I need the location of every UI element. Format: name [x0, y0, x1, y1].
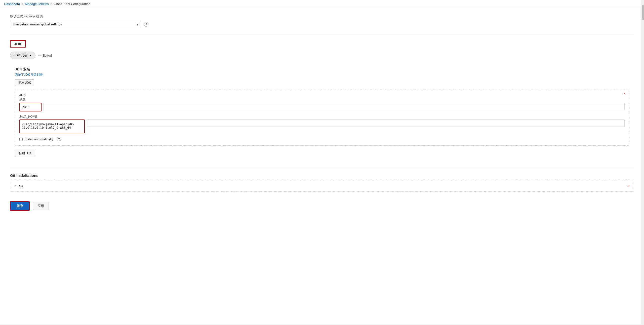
scrollbar[interactable] [641, 0, 644, 324]
java-home-input[interactable]: /usr/lib/jvm/java-11-openjdk-11.0.18.0.1… [21, 121, 83, 131]
git-section-title: Git installations [10, 173, 634, 178]
drag-handle-icon[interactable]: ≡ [14, 184, 16, 188]
breadcrumb-sep-1: > [22, 2, 24, 6]
alias-input[interactable] [21, 104, 40, 110]
divider-1 [10, 35, 634, 35]
breadcrumb-sep-2: > [50, 2, 52, 6]
page-content: 默认全局 settings 提供 Use default maven globa… [0, 8, 644, 324]
edited-label: ✏ Edited [38, 54, 52, 57]
jdk-card: × JDK 别名 JAVA_HOME [15, 89, 629, 146]
bottom-actions: 保存 应用 [10, 199, 634, 211]
install-auto-help-icon[interactable]: ? [57, 137, 61, 141]
edited-text: Edited [43, 54, 52, 57]
install-auto-row: Install automatically ? [19, 137, 625, 141]
git-card-label: Git [19, 184, 23, 188]
apply-button[interactable]: 应用 [33, 202, 49, 210]
breadcrumb: Dashboard > Manage Jenkins > Global Tool… [0, 0, 644, 8]
jdk-inner-section: JDK 安装 系统下JDK 安装列表 新增 JDK × JDK 别名 [10, 63, 634, 161]
jdk-inner-title: JDK 安装 [15, 67, 629, 72]
maven-section: 默认全局 settings 提供 Use default maven globa… [10, 14, 634, 28]
jdk-section: JDK JDK 安装 ▲ ✏ Edited JDK 安装 系统下JDK 安装列表… [10, 40, 634, 161]
divider-2 [10, 168, 634, 168]
maven-help-icon[interactable]: ? [144, 22, 148, 27]
git-card-left: ≡ Git [14, 184, 23, 188]
jdk-system-list-link[interactable]: 系统下JDK 安装列表 [15, 73, 629, 77]
add-jdk-button-bottom[interactable]: 新增 JDK [15, 150, 35, 157]
alias-input-wrapper [19, 103, 42, 111]
alias-label: 别名 [19, 97, 625, 102]
java-home-label: JAVA_HOME [19, 115, 625, 118]
breadcrumb-manage-jenkins[interactable]: Manage Jenkins [25, 2, 49, 6]
git-card: ≡ Git × [10, 181, 634, 192]
breadcrumb-current: Global Tool Configuration [54, 2, 90, 6]
pencil-icon: ✏ [38, 54, 41, 57]
java-home-field-group: JAVA_HOME /usr/lib/jvm/java-11-openjdk-1… [19, 115, 625, 133]
git-section: Git installations ≡ Git × [10, 173, 634, 192]
java-home-input-wrapper: /usr/lib/jvm/java-11-openjdk-11.0.18.0.1… [19, 119, 85, 133]
jdk-card-title: JDK [19, 93, 625, 97]
save-button[interactable]: 保存 [10, 201, 30, 211]
jdk-install-bar: JDK 安装 ▲ ✏ Edited [10, 52, 634, 59]
jdk-section-title: JDK [10, 40, 26, 48]
alias-full-input[interactable] [44, 103, 625, 110]
chevron-up-icon: ▲ [29, 54, 32, 57]
git-card-close-button[interactable]: × [627, 184, 630, 188]
alias-row [19, 103, 625, 111]
maven-global-settings-select[interactable]: Use default maven global settings [10, 21, 141, 28]
breadcrumb-dashboard[interactable]: Dashboard [4, 2, 20, 6]
jdk-card-close-button[interactable]: × [623, 92, 626, 96]
java-home-full-input[interactable] [87, 119, 625, 127]
jdk-install-pill-button[interactable]: JDK 安装 ▲ [10, 52, 35, 59]
alias-field-group: 别名 [19, 97, 625, 111]
jdk-install-pill-label: JDK 安装 [14, 53, 27, 58]
maven-select-wrapper: Use default maven global settings ▾ [10, 21, 141, 28]
install-auto-checkbox[interactable] [19, 138, 23, 141]
maven-section-label: 默认全局 settings 提供 [10, 14, 634, 19]
scrollbar-thumb[interactable] [642, 5, 644, 20]
add-jdk-button-top[interactable]: 新增 JDK [15, 79, 34, 86]
install-auto-label: Install automatically [25, 137, 53, 141]
